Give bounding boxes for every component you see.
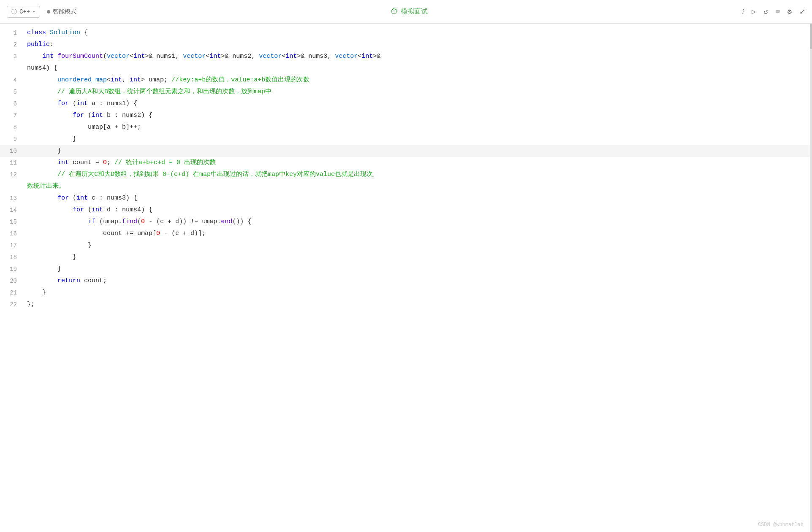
code-line-6: 6 for (int a : nums1) {: [0, 98, 812, 110]
code-content-18: }: [25, 251, 812, 263]
code-line-16: 16 count += umap[0 - (c + d)];: [0, 228, 812, 240]
info-toolbar-icon[interactable]: i: [742, 8, 744, 16]
code-line-5: 5 // 遍历大A和大B数组，统计两个数组元素之和，和出现的次数，放到map中: [0, 86, 812, 98]
code-content-20: return count;: [25, 275, 812, 287]
line-number-1: 1: [0, 27, 25, 39]
code-content-22: };: [25, 299, 812, 311]
line-number-18: 18: [0, 251, 25, 263]
language-selector[interactable]: ⓘ C++ ▾: [7, 6, 40, 18]
code-content-1: class Solution {: [25, 27, 812, 39]
smart-mode-dot: [47, 10, 50, 14]
code-content-17: }: [25, 240, 812, 251]
watermark: CSDN @whhmatlab: [758, 522, 804, 528]
code-line-19: 19 }: [0, 263, 812, 275]
code-content-21: }: [25, 287, 812, 299]
code-line-8: 8 umap[a + b]++;: [0, 122, 812, 133]
code-line-14: 14 for (int d : nums4) {: [0, 204, 812, 216]
code-content-2: public:: [25, 39, 812, 51]
line-number-17: 17: [0, 240, 25, 251]
code-line-12: 12 // 在遍历大C和大D数组，找到如果 0-(c+d) 在map中出现过的话…: [0, 169, 812, 192]
line-number-20: 20: [0, 275, 25, 287]
code-editor[interactable]: 1 class Solution { 2 public: 3 int fourS…: [0, 24, 812, 532]
code-line-4: 4 unordered_map<int, int> umap; //key:a+…: [0, 74, 812, 86]
code-line-20: 20 return count;: [0, 275, 812, 287]
clock-icon: ⏱: [391, 7, 398, 16]
line-number-10: 10: [0, 145, 25, 157]
toolbar: ⓘ C++ ▾ 智能模式 ⏱ 模拟面试 i ▷ ↺ ⌨ ⚙ ⤢: [0, 0, 812, 24]
line-number-5: 5: [0, 86, 25, 98]
reset-icon[interactable]: ↺: [763, 7, 768, 16]
code-line-18: 18 }: [0, 251, 812, 263]
code-line-10: 10 }: [0, 145, 812, 157]
code-line-17: 17 }: [0, 240, 812, 251]
mock-interview-button[interactable]: ⏱ 模拟面试: [391, 7, 428, 16]
code-line-3: 3 int fourSumCount(vector<int>& nums1, v…: [0, 51, 812, 74]
code-line-1: 1 class Solution {: [0, 27, 812, 39]
toolbar-center: ⏱ 模拟面试: [391, 7, 428, 16]
line-number-19: 19: [0, 263, 25, 275]
line-number-6: 6: [0, 98, 25, 110]
code-line-22: 22 };: [0, 299, 812, 311]
line-number-12: 12: [0, 169, 25, 181]
scrollbar-thumb[interactable]: [810, 24, 812, 49]
code-line-7: 7 for (int b : nums2) {: [0, 110, 812, 122]
code-content-13: for (int c : nums3) {: [25, 192, 812, 204]
mock-interview-label: 模拟面试: [401, 7, 428, 16]
code-content-3: int fourSumCount(vector<int>& nums1, vec…: [25, 51, 812, 74]
line-number-21: 21: [0, 287, 25, 299]
code-line-15: 15 if (umap.find(0 - (c + d)) != umap.en…: [0, 216, 812, 228]
line-number-14: 14: [0, 204, 25, 216]
code-content-14: for (int d : nums4) {: [25, 204, 812, 216]
fullscreen-icon[interactable]: ⤢: [799, 7, 805, 16]
code-content-8: umap[a + b]++;: [25, 122, 812, 133]
line-number-11: 11: [0, 157, 25, 169]
language-label: C++: [19, 8, 30, 15]
code-line-13: 13 for (int c : nums3) {: [0, 192, 812, 204]
line-number-15: 15: [0, 216, 25, 228]
toolbar-left: ⓘ C++ ▾ 智能模式: [7, 6, 76, 18]
settings-icon[interactable]: ⚙: [788, 7, 792, 16]
scrollbar-track[interactable]: [810, 24, 812, 532]
code-line-21: 21 }: [0, 287, 812, 299]
line-number-22: 22: [0, 299, 25, 311]
code-line-9: 9 }: [0, 133, 812, 145]
line-number-16: 16: [0, 228, 25, 240]
code-content-16: count += umap[0 - (c + d)];: [25, 228, 812, 240]
smart-mode-label: 智能模式: [53, 8, 76, 16]
code-area: 1 class Solution { 2 public: 3 int fourS…: [0, 24, 812, 314]
line-number-4: 4: [0, 74, 25, 86]
info-icon: ⓘ: [11, 8, 17, 16]
line-number-8: 8: [0, 122, 25, 133]
code-content-12: // 在遍历大C和大D数组，找到如果 0-(c+d) 在map中出现过的话，就把…: [25, 169, 812, 192]
run-icon[interactable]: ▷: [752, 7, 756, 16]
terminal-icon[interactable]: ⌨: [775, 7, 779, 16]
line-number-2: 2: [0, 39, 25, 51]
line-number-9: 9: [0, 133, 25, 145]
code-content-10: }: [25, 145, 812, 157]
code-line-2: 2 public:: [0, 39, 812, 51]
line-number-13: 13: [0, 192, 25, 204]
code-content-6: for (int a : nums1) {: [25, 98, 812, 110]
toolbar-right: i ▷ ↺ ⌨ ⚙ ⤢: [742, 7, 805, 16]
smart-mode-toggle[interactable]: 智能模式: [47, 8, 76, 16]
code-content-15: if (umap.find(0 - (c + d)) != umap.end()…: [25, 216, 812, 228]
line-number-7: 7: [0, 110, 25, 122]
code-content-4: unordered_map<int, int> umap; //key:a+b的…: [25, 74, 812, 86]
chevron-down-icon: ▾: [33, 9, 35, 14]
code-content-19: }: [25, 263, 812, 275]
code-content-9: }: [25, 133, 812, 145]
line-number-3: 3: [0, 51, 25, 62]
code-content-7: for (int b : nums2) {: [25, 110, 812, 122]
code-content-11: int count = 0; // 统计a+b+c+d = 0 出现的次数: [25, 157, 812, 169]
code-line-11: 11 int count = 0; // 统计a+b+c+d = 0 出现的次数: [0, 157, 812, 169]
code-content-5: // 遍历大A和大B数组，统计两个数组元素之和，和出现的次数，放到map中: [25, 86, 812, 98]
